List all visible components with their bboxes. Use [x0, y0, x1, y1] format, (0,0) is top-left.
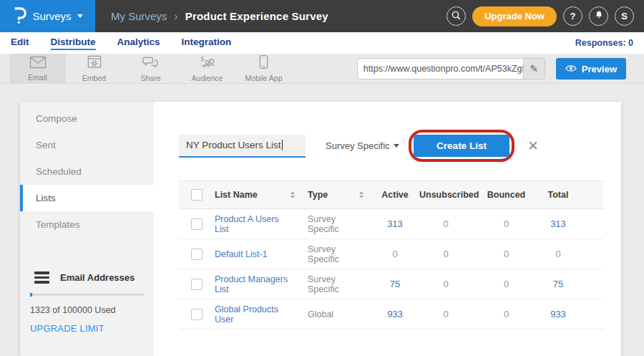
notifications-button[interactable]	[589, 6, 608, 26]
email-usage-progress-fill	[30, 293, 32, 297]
create-list-button[interactable]: Create List	[414, 135, 509, 157]
list-name-link[interactable]: Global Products User	[215, 304, 295, 324]
active-count: 313	[371, 218, 419, 229]
breadcrumb-my-surveys[interactable]: My Surveys	[111, 10, 167, 22]
list-type: Survey Specific	[308, 214, 364, 234]
list-name-link[interactable]: Product Managers List	[215, 274, 295, 294]
tab-integration[interactable]: Integration	[182, 37, 232, 50]
column-total: Total	[540, 190, 576, 200]
column-unsubscribed: Unsubscribed	[419, 190, 472, 200]
table-row: Default List-1 Survey Specific 0 0 0 0	[179, 239, 603, 269]
upgrade-now-button[interactable]: Upgrade Now	[472, 6, 557, 27]
select-all-checkbox[interactable]	[191, 189, 203, 201]
row-checkbox[interactable]	[191, 309, 203, 320]
list-name-value: NY Product Users List	[186, 140, 281, 150]
column-type[interactable]: Type	[302, 190, 371, 200]
section-tabs: Edit Distribute Analytics Integration Re…	[0, 32, 644, 54]
unsubscribed-count: 0	[419, 309, 472, 319]
breadcrumb-separator: ›	[174, 11, 177, 22]
email-lists-panel: Compose Sent Scheduled Lists Templates E…	[20, 102, 621, 356]
active-count: 75	[371, 279, 419, 289]
survey-url-value: https://www.questionpro.com/t/AP53kZgfo	[358, 64, 523, 74]
tab-distribute[interactable]: Distribute	[51, 37, 96, 50]
total-count: 0	[540, 249, 576, 259]
mobile-app-icon	[259, 54, 268, 72]
toolbar-item-email[interactable]: Email	[9, 54, 66, 83]
avatar-button[interactable]: S	[615, 6, 634, 26]
edit-url-button[interactable]: ✎	[523, 59, 545, 79]
sidebar-item-templates[interactable]: Templates	[20, 211, 154, 238]
sidebar-item-sent[interactable]: Sent	[20, 132, 154, 158]
column-bounced: Bounced	[472, 190, 540, 200]
audience-icon: $	[199, 55, 216, 72]
list-icon	[34, 271, 49, 284]
search-button[interactable]	[447, 6, 466, 26]
preview-button[interactable]: Preview	[556, 58, 626, 80]
surveys-menu[interactable]: Surveys	[0, 0, 95, 32]
list-type-select[interactable]: Survey Specific	[326, 140, 399, 151]
list-type: Survey Specific	[308, 274, 364, 294]
toolbar-item-label: Email	[28, 73, 47, 82]
row-checkbox[interactable]	[191, 218, 203, 230]
close-form-button[interactable]: ✕	[527, 139, 539, 153]
questionpro-logo-icon	[12, 6, 26, 27]
share-icon	[142, 55, 159, 72]
help-button[interactable]: ?	[563, 6, 582, 26]
list-type: Survey Specific	[308, 244, 364, 264]
row-checkbox[interactable]	[191, 279, 203, 290]
email-addresses-section: Email Addresses 1323 of 100000 Used UPGR…	[20, 271, 154, 335]
email-addresses-header: Email Addresses	[30, 271, 144, 284]
unsubscribed-count: 0	[419, 218, 472, 229]
bounced-count: 0	[472, 249, 540, 259]
breadcrumb: My Surveys › Product Experience Survey	[111, 10, 328, 22]
embed-icon	[87, 55, 102, 72]
email-usage-progress	[30, 294, 144, 296]
tab-edit[interactable]: Edit	[11, 37, 29, 50]
table-header-row: List Name Type Active Unsubscribed Bounc…	[179, 181, 603, 209]
active-count: 933	[371, 309, 419, 319]
sort-icon	[291, 191, 295, 198]
toolbar-item-label: Mobile App	[245, 74, 283, 82]
page-title: Product Experience Survey	[185, 10, 328, 22]
bounced-count: 0	[472, 218, 540, 229]
list-name-link[interactable]: Product A Users List	[215, 214, 295, 234]
text-cursor	[282, 140, 283, 150]
toolbar-item-label: Embed	[82, 74, 106, 82]
select-all-cell	[179, 189, 209, 201]
upgrade-limit-link[interactable]: UPGRADE LIMIT	[30, 323, 104, 334]
toolbar-item-embed[interactable]: Embed	[66, 54, 122, 83]
tab-analytics[interactable]: Analytics	[117, 37, 160, 50]
lists-content: NY Product Users List Survey Specific Cr…	[154, 102, 621, 356]
distribute-toolbar: Email Embed Share	[0, 54, 644, 84]
table-row: Global Products User Global 933 0 0 933	[179, 299, 603, 329]
sort-icon	[359, 191, 364, 198]
email-addresses-title: Email Addresses	[60, 272, 135, 283]
list-type-value: Survey Specific	[326, 140, 390, 151]
list-name-input[interactable]: NY Product Users List	[179, 135, 306, 158]
sidebar-item-compose[interactable]: Compose	[20, 105, 154, 132]
email-icon	[29, 56, 47, 72]
unsubscribed-count: 0	[419, 279, 472, 289]
preview-button-label: Preview	[582, 64, 617, 74]
table-row: Product A Users List Survey Specific 313…	[179, 209, 603, 239]
sidebar-item-scheduled[interactable]: Scheduled	[20, 158, 154, 185]
chevron-down-icon	[394, 144, 399, 148]
toolbar-item-mobile-app[interactable]: Mobile App	[235, 54, 292, 83]
column-list-name[interactable]: List Name	[209, 190, 302, 200]
svg-text:$: $	[200, 55, 205, 62]
toolbar-item-audience[interactable]: $ Audience	[179, 54, 235, 83]
bounced-count: 0	[472, 309, 540, 319]
eye-icon	[565, 64, 577, 74]
total-count: 933	[540, 309, 576, 319]
sidebar-item-lists[interactable]: Lists	[20, 185, 154, 211]
toolbar-item-share[interactable]: Share	[122, 54, 179, 83]
toolbar-item-label: Audience	[192, 74, 223, 82]
total-count: 313	[540, 218, 576, 229]
lists-table: List Name Type Active Unsubscribed Bounc…	[179, 181, 603, 329]
list-name-link[interactable]: Default List-1	[215, 249, 268, 259]
row-checkbox[interactable]	[191, 249, 203, 260]
surveys-menu-label: Surveys	[32, 10, 71, 22]
survey-url-input[interactable]: https://www.questionpro.com/t/AP53kZgfo …	[357, 58, 545, 80]
table-row: Product Managers List Survey Specific 75…	[179, 269, 603, 299]
bounced-count: 0	[472, 279, 540, 289]
